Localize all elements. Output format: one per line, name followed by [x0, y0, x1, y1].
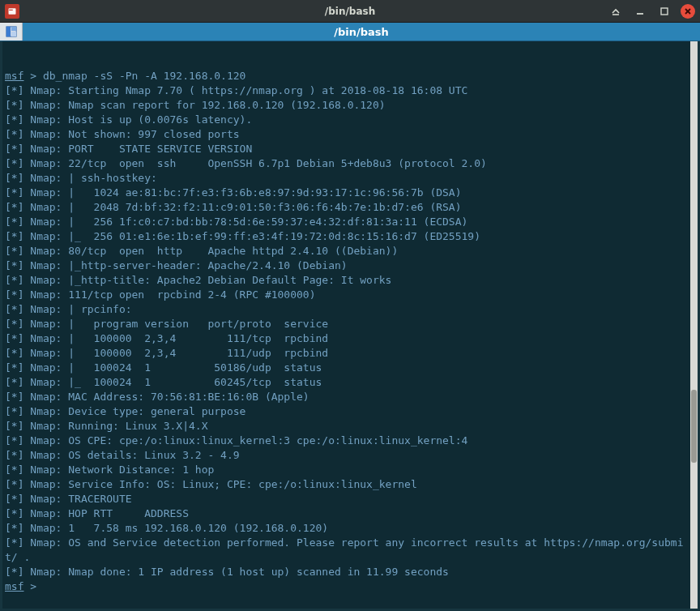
output-line: [*] Nmap: | 100000 2,3,4 111/udp rpcbind [5, 346, 695, 361]
svg-rect-0 [9, 8, 16, 15]
tab-label: /bin/bash [334, 26, 389, 38]
output-line: [*] Nmap: | 256 1f:c0:c7:bd:bb:78:5d:6e:… [5, 215, 695, 229]
output-line: [*] Nmap: | ssh-hostkey: [5, 171, 695, 186]
window-close-button[interactable] [681, 4, 695, 19]
scrollbar[interactable] [690, 41, 698, 609]
prompt-caret: > [23, 580, 42, 592]
prompt-line: msf > db_nmap -sS -Pn -A 192.168.0.120 [5, 69, 695, 83]
output-line: [*] Nmap: TRACEROUTE [5, 492, 695, 506]
output-line: [*] Nmap: Service Info: OS: Linux; CPE: … [5, 477, 695, 492]
output-line: [*] Nmap: Starting Nmap 7.70 ( https://n… [5, 83, 695, 98]
tab-bash[interactable]: /bin/bash [23, 23, 700, 41]
window-controls [608, 3, 695, 19]
prompt-msf: msf [5, 70, 23, 82]
output-line: [*] Nmap: 80/tcp open http Apache httpd … [5, 244, 695, 258]
window-maximize-button[interactable] [656, 3, 672, 19]
output-line: [*] Nmap: OS and Service detection perfo… [5, 536, 695, 565]
output-line: [*] Nmap: OS CPE: cpe:/o:linux:linux_ker… [5, 434, 695, 448]
output-line: [*] Nmap: |_http-server-header: Apache/2… [5, 258, 695, 273]
command-text: db_nmap -sS -Pn -A 192.168.0.120 [43, 70, 245, 82]
output-line: [*] Nmap: Running: Linux 3.X|4.X [5, 419, 695, 434]
output-line: [*] Nmap: 1 7.58 ms 192.168.0.120 (192.1… [5, 521, 695, 536]
prompt-line: msf > [5, 579, 695, 594]
output-line: [*] Nmap: | rpcinfo: [5, 302, 695, 317]
terminal-wrap: msf > db_nmap -sS -Pn -A 192.168.0.120[*… [0, 41, 700, 611]
window-titlebar: /bin/bash [0, 0, 700, 23]
output-line: [*] Nmap: MAC Address: 70:56:81:BE:16:0B… [5, 390, 695, 404]
output-line: [*] Nmap: | 100000 2,3,4 111/tcp rpcbind [5, 331, 695, 346]
app-icon [5, 4, 19, 19]
panes-icon[interactable] [0, 23, 23, 41]
output-line: [*] Nmap: | 2048 7d:bf:32:f2:11:c9:01:50… [5, 200, 695, 215]
output-line: [*] Nmap: Host is up (0.0076s latency). [5, 113, 695, 127]
output-line: [*] Nmap: Network Distance: 1 hop [5, 463, 695, 477]
prompt-caret: > [23, 70, 42, 82]
output-line: [*] Nmap: | 1024 ae:81:bc:7f:e3:f3:6b:e8… [5, 186, 695, 200]
output-line: [*] Nmap: |_http-title: Apache2 Debian D… [5, 273, 695, 288]
output-line: [*] Nmap: Device type: general purpose [5, 404, 695, 419]
output-line: [*] Nmap: Nmap scan report for 192.168.0… [5, 98, 695, 113]
svg-rect-10 [11, 32, 16, 36]
output-line: [*] Nmap: 111/tcp open rpcbind 2-4 (RPC … [5, 288, 695, 302]
svg-rect-1 [9, 9, 13, 10]
window-shade-button[interactable] [608, 3, 624, 19]
svg-rect-4 [661, 8, 668, 15]
scrollbar-thumb[interactable] [691, 390, 697, 463]
svg-rect-9 [11, 27, 16, 31]
prompt-msf: msf [5, 580, 23, 592]
terminal[interactable]: msf > db_nmap -sS -Pn -A 192.168.0.120[*… [2, 41, 698, 609]
output-line: [*] Nmap: |_ 256 01:e1:6e:1b:ef:99:ff:e3… [5, 229, 695, 244]
output-line: [*] Nmap: HOP RTT ADDRESS [5, 506, 695, 521]
window-minimize-button[interactable] [632, 3, 648, 19]
output-line: [*] Nmap: | 100024 1 50186/udp status [5, 361, 695, 375]
output-line: [*] Nmap: | program version port/proto s… [5, 317, 695, 331]
output-line: [*] Nmap: Nmap done: 1 IP address (1 hos… [5, 565, 695, 579]
output-line: [*] Nmap: OS details: Linux 3.2 - 4.9 [5, 448, 695, 463]
svg-rect-8 [6, 27, 10, 36]
output-line: [*] Nmap: PORT STATE SERVICE VERSION [5, 142, 695, 156]
output-line: [*] Nmap: 22/tcp open ssh OpenSSH 6.7p1 … [5, 156, 695, 171]
output-line: [*] Nmap: |_ 100024 1 60245/tcp status [5, 375, 695, 390]
output-line: [*] Nmap: Not shown: 997 closed ports [5, 127, 695, 142]
tab-bar: /bin/bash [0, 23, 700, 41]
window-title: /bin/bash [0, 6, 700, 17]
